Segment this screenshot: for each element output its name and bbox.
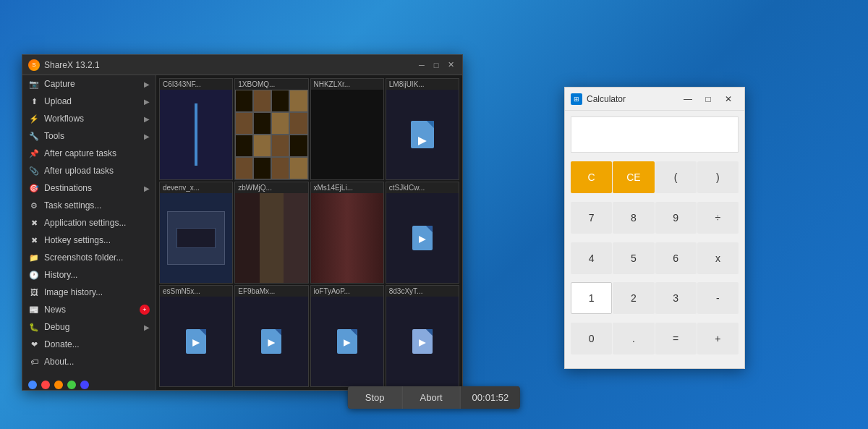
calc-clear-button[interactable]: C: [571, 161, 612, 193]
thumbnail-item[interactable]: ctSJkICw...: [386, 182, 459, 284]
calculator-display: [571, 116, 739, 153]
calc-minus-button[interactable]: -: [697, 282, 739, 314]
thumb-image: [311, 90, 383, 179]
donate-icon: ❤: [28, 339, 40, 350]
sidebar-item-screenshots-folder[interactable]: 📁 Screenshots folder...: [22, 249, 156, 266]
file-icon-preview: [311, 297, 383, 386]
thumb-image: [386, 297, 459, 386]
sidebar-item-upload[interactable]: ⬆ Upload ▶: [22, 93, 156, 110]
sidebar-item-debug[interactable]: 🐛 Debug ▶: [22, 318, 156, 336]
after-capture-icon: 📌: [28, 148, 40, 159]
calc-close-button[interactable]: ✕: [718, 89, 739, 109]
thumbnail-item[interactable]: esSmN5x...: [159, 285, 233, 387]
status-dot-3: [54, 381, 63, 389]
calc-open-paren-button[interactable]: (: [655, 161, 697, 193]
file-shape: [411, 121, 434, 148]
thumbnail-item[interactable]: 8d3cXyT...: [386, 285, 459, 387]
thumbnail-item[interactable]: C6I343NF...: [159, 78, 233, 180]
app-settings-icon: ✖: [28, 217, 40, 229]
calc-5-button[interactable]: 5: [613, 242, 654, 274]
about-icon: 🏷: [28, 356, 40, 368]
thumb-label: xMs14EjLi...: [311, 182, 383, 193]
calc-divide-button[interactable]: ÷: [697, 202, 739, 234]
thumbnail-item[interactable]: ioFTyAoP...: [310, 285, 384, 387]
tools-icon: 🔧: [28, 130, 40, 142]
capture-icon: 📷: [28, 78, 40, 90]
sharex-maximize-button[interactable]: □: [430, 59, 442, 71]
sidebar-item-task-settings[interactable]: ⚙ Task settings...: [22, 197, 156, 214]
sidebar-status: [22, 376, 156, 390]
sidebar-item-workflows[interactable]: ⚡ Workflows ▶: [22, 110, 156, 127]
arrow-icon: ▶: [144, 184, 150, 192]
history-icon: 🕐: [28, 269, 40, 281]
sidebar-item-after-upload[interactable]: 📎 After upload tasks: [22, 162, 156, 179]
sidebar-item-about[interactable]: 🏷 About...: [22, 353, 156, 370]
thumb-image: [235, 90, 307, 179]
news-icon: 📰: [28, 304, 40, 315]
sidebar-item-donate[interactable]: ❤ Donate...: [22, 336, 156, 353]
thumbnail-item[interactable]: xMs14EjLi...: [310, 182, 384, 284]
sidebar-item-capture[interactable]: 📷 Capture ▶: [22, 75, 156, 93]
calc-multiply-button[interactable]: x: [697, 242, 739, 274]
devenv-preview: [160, 193, 232, 283]
calc-close-paren-button[interactable]: ): [697, 161, 739, 193]
sidebar-item-tools[interactable]: 🔧 Tools ▶: [22, 127, 156, 145]
sharex-title: ShareX 13.2.1: [44, 60, 100, 70]
hotkey-settings-icon: ✖: [28, 234, 40, 246]
thumb-image: [311, 297, 383, 386]
sharex-close-button[interactable]: ✕: [445, 59, 456, 71]
news-badge: +: [140, 305, 150, 315]
sidebar-item-news[interactable]: 📰 News +: [22, 301, 156, 318]
file-shape: [412, 226, 433, 250]
thumbnail-item[interactable]: EF9baMx...: [234, 285, 308, 387]
calc-equals-button[interactable]: =: [655, 323, 697, 354]
thumb-label: zbWMjQ...: [235, 182, 307, 193]
abort-button[interactable]: Abort: [403, 386, 461, 409]
calc-2-button[interactable]: 2: [613, 282, 654, 314]
calc-plus-button[interactable]: +: [697, 323, 739, 354]
calculator-buttons: C CE ( ) 7 8 9 ÷ 4 5 6 x 1 2 3 - 0 . = +: [565, 158, 744, 368]
status-dot-4: [67, 381, 76, 389]
sidebar-item-after-capture[interactable]: 📌 After capture tasks: [22, 145, 156, 162]
file-shape: [412, 329, 433, 354]
debug-icon: 🐛: [28, 321, 40, 333]
sidebar-item-hotkey-settings[interactable]: ✖ Hotkey settings...: [22, 232, 156, 249]
status-dot-5: [80, 381, 89, 389]
thumbnail-item[interactable]: 1XBOMQ...: [234, 78, 308, 180]
calc-maximize-button[interactable]: □: [698, 89, 718, 109]
thumb-image: [386, 193, 459, 283]
arrow-icon: ▶: [144, 132, 150, 140]
sidebar-item-history[interactable]: 🕐 History...: [22, 266, 156, 284]
calc-ce-button[interactable]: CE: [613, 161, 654, 193]
thumb-image: [160, 193, 232, 283]
calc-8-button[interactable]: 8: [613, 202, 654, 234]
calc-9-button[interactable]: 9: [655, 202, 697, 234]
calc-3-button[interactable]: 3: [655, 282, 697, 314]
sidebar-item-app-settings[interactable]: ✖ Application settings...: [22, 214, 156, 232]
file-icon-preview: [235, 297, 307, 386]
play-icon: [268, 339, 275, 347]
titlebar-left: S ShareX 13.2.1: [28, 59, 100, 71]
sidebar-item-image-history[interactable]: 🖼 Image history...: [22, 284, 156, 301]
thumb-image: [386, 90, 459, 179]
calc-7-button[interactable]: 7: [571, 202, 612, 234]
play-icon: [344, 339, 351, 347]
calc-window-controls: — □ ✕: [678, 89, 739, 109]
sharex-window: S ShareX 13.2.1 ─ □ ✕ 📷 Capture ▶ ⬆ Uplo…: [22, 54, 463, 391]
calc-0-button[interactable]: 0: [571, 323, 612, 354]
calc-1-button[interactable]: 1: [571, 282, 612, 314]
dark-screen-preview: [311, 90, 383, 179]
calc-6-button[interactable]: 6: [655, 242, 697, 274]
thumbnail-item[interactable]: NHKZLXr...: [310, 78, 384, 180]
stop-button[interactable]: Stop: [348, 386, 403, 409]
calc-minimize-button[interactable]: —: [678, 89, 698, 109]
calc-4-button[interactable]: 4: [571, 242, 612, 274]
thumbnail-item[interactable]: zbWMjQ...: [234, 182, 308, 284]
sharex-minimize-button[interactable]: ─: [416, 59, 427, 71]
thumbnail-item[interactable]: LM8ijUIK...: [386, 78, 459, 180]
thumbnail-item[interactable]: devenv_x...: [159, 182, 233, 284]
calc-decimal-button[interactable]: .: [613, 323, 654, 354]
sidebar-item-destinations[interactable]: 🎯 Destinations ▶: [22, 179, 156, 197]
blue-bar-preview: [160, 90, 232, 179]
calculator-title: Calculator: [587, 94, 626, 104]
